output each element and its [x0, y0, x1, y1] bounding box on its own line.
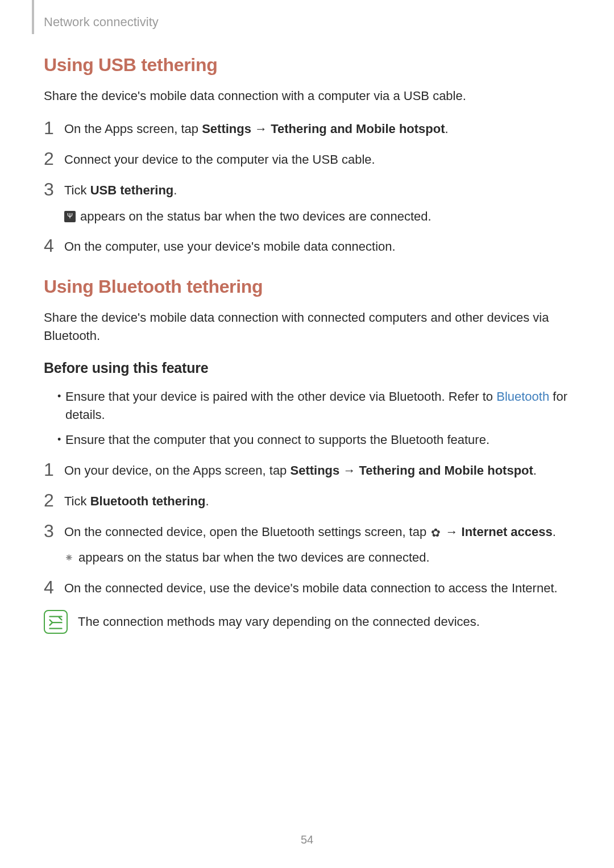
- step-number: 2: [44, 149, 64, 168]
- bold-tethering: Tethering and Mobile hotspot: [271, 122, 445, 136]
- gear-icon: ✿: [431, 527, 441, 538]
- text: On the connected device, open the Blueto…: [64, 525, 430, 539]
- step-subtext: ⁕ appears on the status bar when the two…: [64, 549, 570, 567]
- bold-settings: Settings: [290, 463, 339, 477]
- bluetooth-connected-icon: ⁕: [64, 552, 74, 563]
- step-text: On the connected device, use the device'…: [64, 579, 570, 597]
- note-icon: [44, 610, 68, 634]
- step-number: 4: [44, 236, 64, 255]
- note-text: The connection methods may vary dependin…: [78, 613, 480, 631]
- text: On your device, on the Apps screen, tap: [64, 463, 290, 477]
- step-number: 1: [44, 119, 64, 137]
- intro-bt: Share the device's mobile data connectio…: [44, 309, 570, 345]
- bold-usb-tethering: USB tethering: [90, 183, 174, 197]
- step-text: Tick USB tethering. Ψ appears on the sta…: [64, 181, 570, 226]
- step-subtext: Ψ appears on the status bar when the two…: [64, 207, 570, 226]
- step-number: 3: [44, 522, 64, 540]
- bold-settings: Settings: [202, 122, 251, 136]
- text: Tick: [64, 183, 90, 197]
- step-2-bt: 2 Tick Bluetooth tethering.: [44, 492, 570, 510]
- page-content: Using USB tethering Share the device's m…: [44, 55, 570, 645]
- note-callout: The connection methods may vary dependin…: [44, 610, 570, 634]
- intro-usb: Share the device's mobile data connectio…: [44, 87, 570, 105]
- bullet-text: Ensure that the computer that you connec…: [65, 431, 570, 449]
- breadcrumb: Network connectivity: [44, 15, 159, 30]
- step-1-usb: 1 On the Apps screen, tap Settings → Tet…: [44, 120, 570, 138]
- text: Tick: [64, 494, 90, 508]
- link-bluetooth[interactable]: Bluetooth: [496, 389, 549, 404]
- step-text: On the computer, use your device's mobil…: [64, 238, 570, 256]
- text: .: [533, 463, 537, 477]
- text: .: [553, 525, 556, 539]
- heading-bluetooth-tethering: Using Bluetooth tethering: [44, 276, 570, 297]
- bold-tethering: Tethering and Mobile hotspot: [359, 463, 533, 477]
- bullet-text: Ensure that your device is paired with t…: [65, 388, 570, 424]
- text: .: [445, 122, 449, 136]
- bullet-item: • Ensure that the computer that you conn…: [44, 431, 570, 449]
- step-number: 4: [44, 578, 64, 596]
- step-1-bt: 1 On your device, on the Apps screen, ta…: [44, 462, 570, 480]
- bold-internet-access: Internet access: [462, 525, 553, 539]
- step-4-bt: 4 On the connected device, use the devic…: [44, 579, 570, 597]
- step-4-usb: 4 On the computer, use your device's mob…: [44, 238, 570, 256]
- text: .: [173, 183, 177, 197]
- bullet-dot: •: [57, 431, 65, 448]
- step-number: 1: [44, 460, 64, 479]
- page-header-rule: [32, 0, 34, 34]
- step-3-bt: 3 On the connected device, open the Blue…: [44, 523, 570, 567]
- step-text: Connect your device to the computer via …: [64, 151, 570, 169]
- text: appears on the status bar when the two d…: [80, 207, 432, 226]
- arrow: →: [442, 525, 461, 539]
- usb-status-icon: Ψ: [64, 211, 76, 222]
- heading-usb-tethering: Using USB tethering: [44, 55, 570, 76]
- step-3-usb: 3 Tick USB tethering. Ψ appears on the s…: [44, 181, 570, 226]
- arrow: →: [339, 463, 359, 477]
- arrow: →: [251, 122, 271, 136]
- step-2-usb: 2 Connect your device to the computer vi…: [44, 151, 570, 169]
- bullet-list: • Ensure that your device is paired with…: [44, 388, 570, 449]
- step-text: On your device, on the Apps screen, tap …: [64, 462, 570, 480]
- text: Ensure that your device is paired with t…: [65, 389, 496, 404]
- step-text: On the Apps screen, tap Settings → Tethe…: [64, 120, 570, 138]
- page-number: 54: [0, 833, 614, 846]
- bullet-dot: •: [57, 388, 65, 405]
- text: On the Apps screen, tap: [64, 122, 202, 136]
- text: .: [206, 494, 209, 508]
- text: appears on the status bar when the two d…: [78, 549, 430, 567]
- step-number: 2: [44, 491, 64, 509]
- step-number: 3: [44, 180, 64, 198]
- bold-bt-tethering: Bluetooth tethering: [90, 494, 206, 508]
- step-text: On the connected device, open the Blueto…: [64, 523, 570, 567]
- step-text: Tick Bluetooth tethering.: [64, 492, 570, 510]
- subheading-before-using: Before using this feature: [44, 360, 570, 376]
- bullet-item: • Ensure that your device is paired with…: [44, 388, 570, 424]
